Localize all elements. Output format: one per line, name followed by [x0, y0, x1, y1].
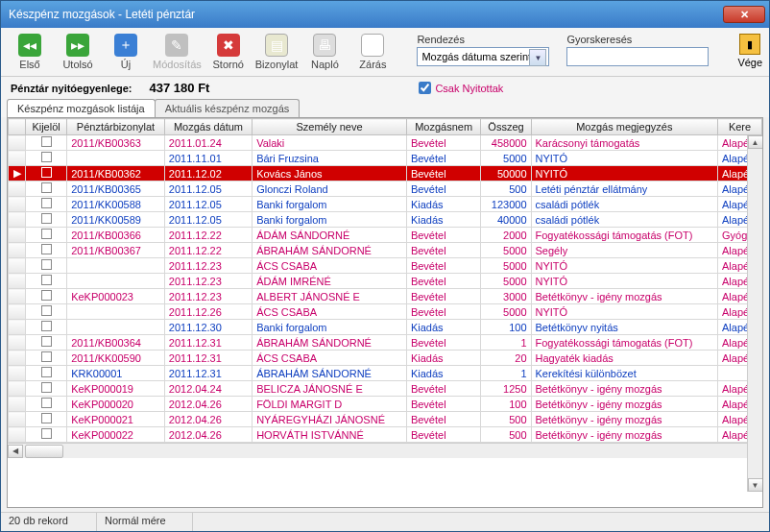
vertical-scrollbar[interactable]: ▲ ▼: [747, 135, 762, 492]
select-cell[interactable]: [26, 151, 67, 166]
storno-button[interactable]: ✖Stornó: [207, 34, 250, 70]
col-header[interactable]: Mozgás megjegyzés: [531, 119, 718, 135]
col-header[interactable]: Összeg: [481, 119, 531, 135]
new-button[interactable]: ＋Új: [105, 34, 147, 70]
col-header[interactable]: Személy neve: [253, 119, 407, 135]
amount-cell: 20: [481, 351, 531, 366]
scroll-left-button[interactable]: ◀: [8, 445, 23, 458]
amount-cell: 100: [481, 320, 531, 335]
receipt-cell: 2011/KB00364: [67, 335, 165, 351]
first-button[interactable]: ◂◂Első: [9, 34, 51, 70]
table-row[interactable]: 2011/KB003672011.12.22ÁBRAHÁM SÁNDORNÉBe…: [9, 243, 762, 258]
end-button[interactable]: ▮ Vége: [737, 34, 762, 68]
amount-cell: 500: [481, 181, 531, 197]
select-cell[interactable]: [26, 274, 67, 289]
select-cell[interactable]: [26, 381, 67, 397]
date-cell: 2011.12.23: [164, 274, 252, 289]
col-header[interactable]: Kijelöl: [26, 119, 67, 135]
table-row[interactable]: KeKP0000192012.04.24BELICZA JÁNOSNÉ EBev…: [9, 381, 762, 397]
balance-bar: Pénztár nyitóegyenlege: 437 180 Ft Csak …: [1, 77, 769, 99]
date-cell: 2011.12.05: [164, 181, 252, 197]
table-row[interactable]: ▶2011/KB003622011.12.02Kovács JánosBevét…: [9, 166, 762, 181]
receipt-button[interactable]: ▤Bizonylat: [255, 34, 299, 70]
scroll-thumb[interactable]: [25, 445, 63, 458]
note-cell: Letéti pénztár ellátmány: [531, 181, 718, 197]
select-cell[interactable]: [26, 135, 67, 151]
last-icon: ▸▸: [66, 34, 89, 57]
type-cell: Bevétel: [406, 335, 481, 351]
table-row[interactable]: 2011.12.23ÁCS CSABABevétel5000NYITÓAlapé…: [9, 258, 762, 274]
date-cell: 2011.12.26: [164, 304, 252, 320]
select-cell[interactable]: [26, 397, 67, 412]
table-row[interactable]: 2011/KB003662011.12.22ÁDÁM SÁNDORNÉBevét…: [9, 228, 762, 243]
select-cell[interactable]: [26, 181, 67, 197]
last-button[interactable]: ▸▸Utolsó: [57, 34, 99, 70]
select-cell[interactable]: [26, 412, 67, 427]
amount-cell: 123000: [481, 197, 531, 212]
sort-select[interactable]: Mozgás dátuma szerint: [417, 47, 549, 66]
select-cell[interactable]: [26, 243, 67, 258]
table-row[interactable]: KeKP0000202012.04.26FÖLDI MARGIT DBevéte…: [9, 397, 762, 412]
table-row[interactable]: 2011.12.23ÁDÁM IMRÉNÉBevétel5000NYITÓAla…: [9, 274, 762, 289]
table-row[interactable]: 2011.11.01Bári FruzsinaBevétel5000NYITÓA…: [9, 151, 762, 166]
select-cell[interactable]: [26, 366, 67, 381]
receipt-cell: 2011/KB00363: [67, 135, 165, 151]
note-cell: Betétkönyv - igény mozgás: [531, 412, 718, 427]
type-cell: Kiadás: [406, 212, 481, 228]
note-cell: Karácsonyi támogatás: [531, 135, 718, 151]
select-cell[interactable]: [26, 351, 67, 366]
table-row[interactable]: 2011/KB003632011.01.24ValakiBevétel45800…: [9, 135, 762, 151]
table-row[interactable]: 2011/KB003642011.12.31ÁBRAHÁM SÁNDORNÉBe…: [9, 335, 762, 351]
exit-icon: ▮: [739, 34, 760, 55]
edit-button[interactable]: ✎Módosítás: [153, 34, 202, 70]
select-cell[interactable]: [26, 212, 67, 228]
col-header[interactable]: Mozgásnem: [406, 119, 481, 135]
name-cell: ÁBRAHÁM SÁNDORNÉ: [253, 366, 407, 381]
date-cell: 2011.12.31: [164, 366, 252, 381]
select-cell[interactable]: [26, 427, 67, 443]
select-cell[interactable]: [26, 258, 67, 274]
app-window: Készpénz mozgások - Letéti pénztár ✕ ◂◂E…: [0, 0, 770, 532]
sort-label: Rendezés: [417, 34, 549, 45]
select-cell[interactable]: [26, 320, 67, 335]
name-cell: Banki forgalom: [253, 212, 407, 228]
close-button[interactable]: ✔Zárás: [351, 34, 394, 70]
table-row[interactable]: 2011/KB003652011.12.05Glonczi RolandBevé…: [9, 181, 762, 197]
table-row[interactable]: 2011.12.26ÁCS CSABABevétel5000NYITÓAlapé…: [9, 304, 762, 320]
receipt-cell: 2011/KB00367: [67, 243, 165, 258]
col-header[interactable]: Kere: [718, 119, 762, 135]
scroll-up-button[interactable]: ▲: [748, 135, 763, 149]
scroll-down-button[interactable]: ▼: [748, 478, 763, 492]
log-button[interactable]: 🖶Napló: [303, 34, 346, 70]
only-open-input[interactable]: [419, 82, 431, 94]
table-row[interactable]: KeKP0000212012.04.26NYÁREGYHÁZI JÁNOSNÉB…: [9, 412, 762, 427]
type-cell: Bevétel: [406, 289, 481, 304]
table-row[interactable]: 2011/KK005882011.12.05Banki forgalomKiad…: [9, 197, 762, 212]
select-cell[interactable]: [26, 166, 67, 181]
table-row[interactable]: KeKP0000222012.04.26HORVÁTH ISTVÁNNÉBevé…: [9, 427, 762, 443]
row-marker: [9, 397, 26, 412]
date-cell: 2011.12.31: [164, 351, 252, 366]
table-row[interactable]: KeKP0000232011.12.23ALBERT JÁNOSNÉ EBevé…: [9, 289, 762, 304]
tab-current[interactable]: Aktuális készpénz mozgás: [155, 99, 301, 117]
select-cell[interactable]: [26, 304, 67, 320]
select-cell[interactable]: [26, 197, 67, 212]
search-input[interactable]: [566, 47, 709, 66]
table-row[interactable]: 2011.12.30Banki forgalomKiadás100Betétkö…: [9, 320, 762, 335]
type-cell: Bevétel: [406, 135, 481, 151]
date-cell: 2011.12.22: [164, 228, 252, 243]
select-cell[interactable]: [26, 335, 67, 351]
close-window-button[interactable]: ✕: [723, 6, 765, 23]
table-row[interactable]: KRK000012011.12.31ÁBRAHÁM SÁNDORNÉKiadás…: [9, 366, 762, 381]
select-cell[interactable]: [26, 289, 67, 304]
col-header[interactable]: Pénztárbizonylat: [67, 119, 165, 135]
horizontal-scrollbar[interactable]: ◀ ▶: [8, 443, 762, 458]
amount-cell: 2000: [481, 228, 531, 243]
only-open-checkbox[interactable]: Csak Nyitottak: [419, 82, 503, 94]
table-row[interactable]: 2011/KK005902011.12.31ÁCS CSABAKiadás20H…: [9, 351, 762, 366]
table-row[interactable]: 2011/KK005892011.12.05Banki forgalomKiad…: [9, 212, 762, 228]
name-cell: ÁCS CSABA: [253, 258, 407, 274]
col-header[interactable]: Mozgás dátum: [164, 119, 252, 135]
select-cell[interactable]: [26, 228, 67, 243]
tab-list[interactable]: Készpénz mozgások listája: [7, 99, 156, 117]
